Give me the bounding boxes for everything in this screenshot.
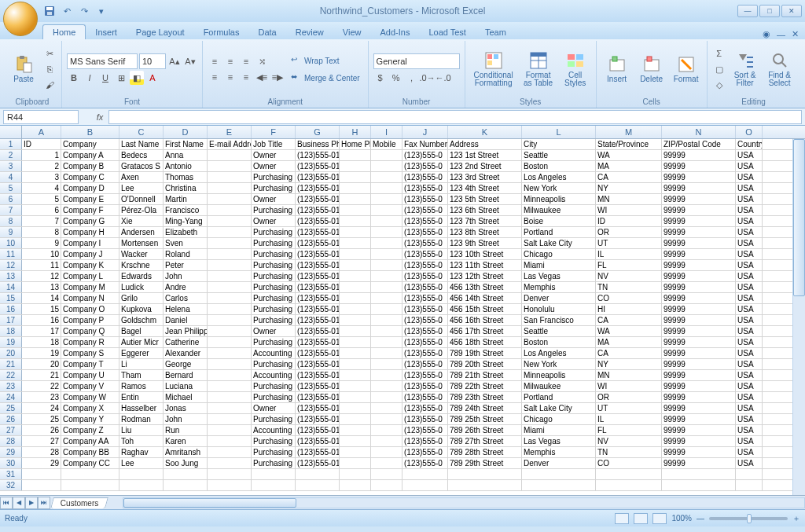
increase-indent-icon[interactable]: ≡▶ xyxy=(270,70,285,84)
cell[interactable]: 26 xyxy=(22,425,61,435)
cell[interactable]: (123)555-0 xyxy=(402,359,448,369)
cell[interactable]: CA xyxy=(596,172,662,182)
cell[interactable]: Purchasing xyxy=(252,315,296,325)
cell[interactable]: Address xyxy=(448,139,522,149)
cell[interactable]: 3 xyxy=(22,172,61,182)
cell[interactable] xyxy=(208,227,252,237)
name-box[interactable]: R44 xyxy=(3,110,79,124)
cell[interactable] xyxy=(371,348,402,358)
cell[interactable]: Mortensen xyxy=(119,238,164,248)
cell[interactable]: Denver xyxy=(522,293,596,303)
cell[interactable]: (123)555-0 xyxy=(402,260,448,270)
cell[interactable]: NV xyxy=(596,271,662,281)
cell[interactable]: 99999 xyxy=(662,359,736,369)
cell[interactable]: 789 21th Street xyxy=(448,370,522,380)
cell[interactable]: Denver xyxy=(522,458,596,468)
cell[interactable] xyxy=(208,326,252,336)
cell[interactable] xyxy=(340,271,371,281)
cell[interactable]: (123)555-0100 xyxy=(296,260,340,270)
cell[interactable]: Purchasing xyxy=(252,172,296,182)
cell[interactable] xyxy=(208,260,252,270)
row-header[interactable]: 9 xyxy=(0,227,22,237)
cell[interactable]: 123 4th Street xyxy=(448,183,522,193)
page-layout-view-icon[interactable] xyxy=(634,513,648,524)
cell[interactable]: Eggerer xyxy=(119,348,164,358)
cell[interactable]: Company Q xyxy=(61,326,119,336)
cell[interactable]: 5 xyxy=(22,194,61,204)
cell[interactable]: 123 7th Street xyxy=(448,216,522,226)
column-header[interactable]: I xyxy=(371,126,402,138)
normal-view-icon[interactable] xyxy=(615,513,629,524)
cell[interactable] xyxy=(340,304,371,314)
cell[interactable]: IL xyxy=(596,414,662,424)
cell[interactable] xyxy=(340,205,371,215)
copy-icon[interactable]: ⎘ xyxy=(42,62,57,76)
cell[interactable]: WI xyxy=(596,381,662,391)
row-header[interactable]: 19 xyxy=(0,337,22,347)
cell[interactable]: Purchasing xyxy=(252,381,296,391)
ribbon-minimize-icon[interactable]: — xyxy=(777,30,785,39)
cell[interactable]: UT xyxy=(596,403,662,413)
cell[interactable]: 123 11th Street xyxy=(448,260,522,270)
cell[interactable] xyxy=(371,359,402,369)
paste-button[interactable]: Paste xyxy=(8,42,39,96)
currency-icon[interactable]: $ xyxy=(373,71,388,85)
cell[interactable]: USA xyxy=(736,282,763,292)
cell[interactable] xyxy=(371,337,402,347)
cell[interactable]: (123)555-0100 xyxy=(296,282,340,292)
cell[interactable]: 99999 xyxy=(662,326,736,336)
close-button[interactable]: ✕ xyxy=(781,5,802,17)
cell[interactable]: Owner xyxy=(252,150,296,160)
cell[interactable] xyxy=(340,293,371,303)
decrease-indent-icon[interactable]: ◀≡ xyxy=(255,70,269,84)
cell[interactable] xyxy=(164,480,208,490)
cell[interactable]: (123)555-0100 xyxy=(296,205,340,215)
cell[interactable]: Job Title xyxy=(252,139,296,149)
cell[interactable]: Purchasing xyxy=(252,293,296,303)
cell[interactable] xyxy=(340,216,371,226)
cell[interactable]: 18 xyxy=(22,337,61,347)
column-header[interactable]: A xyxy=(22,126,61,138)
cell[interactable]: Las Vegas xyxy=(522,271,596,281)
row-header[interactable]: 2 xyxy=(0,150,22,160)
cell[interactable]: USA xyxy=(736,183,763,193)
tab-home[interactable]: Home xyxy=(42,24,86,39)
cell[interactable]: Purchasing xyxy=(252,447,296,457)
cell[interactable] xyxy=(208,238,252,248)
cell[interactable]: 123 6th Street xyxy=(448,205,522,215)
zoom-out-icon[interactable]: — xyxy=(697,514,704,523)
cell[interactable]: (123)555-0 xyxy=(402,271,448,281)
cell[interactable] xyxy=(371,436,402,446)
cell[interactable] xyxy=(371,425,402,435)
insert-cells-button[interactable]: Insert xyxy=(601,42,633,96)
cell[interactable] xyxy=(340,447,371,457)
page-break-view-icon[interactable] xyxy=(652,513,667,524)
cell[interactable]: John xyxy=(164,414,208,424)
cell[interactable]: Salt Lake City xyxy=(522,238,596,248)
cell[interactable]: Purchasing xyxy=(252,249,296,259)
column-header[interactable]: O xyxy=(736,126,763,138)
cell[interactable] xyxy=(208,370,252,380)
cell[interactable]: Mobile xyxy=(371,139,402,149)
cell[interactable]: 13 xyxy=(22,282,61,292)
cell[interactable]: Andre xyxy=(164,282,208,292)
cell[interactable] xyxy=(340,315,371,325)
cell[interactable] xyxy=(340,392,371,402)
cell[interactable]: (123)555-0 xyxy=(402,249,448,259)
cell[interactable]: Accounting xyxy=(252,425,296,435)
cell[interactable]: Company F xyxy=(61,205,119,215)
cell[interactable]: Lee xyxy=(119,458,164,468)
cell[interactable]: Owner xyxy=(252,161,296,171)
cut-icon[interactable]: ✂ xyxy=(42,46,57,61)
align-bottom-icon[interactable]: ≡ xyxy=(239,54,253,68)
cell[interactable]: E-mail Address xyxy=(208,139,252,149)
cell[interactable] xyxy=(340,260,371,270)
cell[interactable]: USA xyxy=(736,381,763,391)
cell[interactable]: (123)555-0 xyxy=(402,293,448,303)
cell[interactable]: Chicago xyxy=(522,414,596,424)
cell[interactable]: Las Vegas xyxy=(522,436,596,446)
cell[interactable] xyxy=(371,381,402,391)
cell[interactable]: Owner xyxy=(252,326,296,336)
cell[interactable]: FL xyxy=(596,425,662,435)
cell[interactable]: Wacker xyxy=(119,249,164,259)
